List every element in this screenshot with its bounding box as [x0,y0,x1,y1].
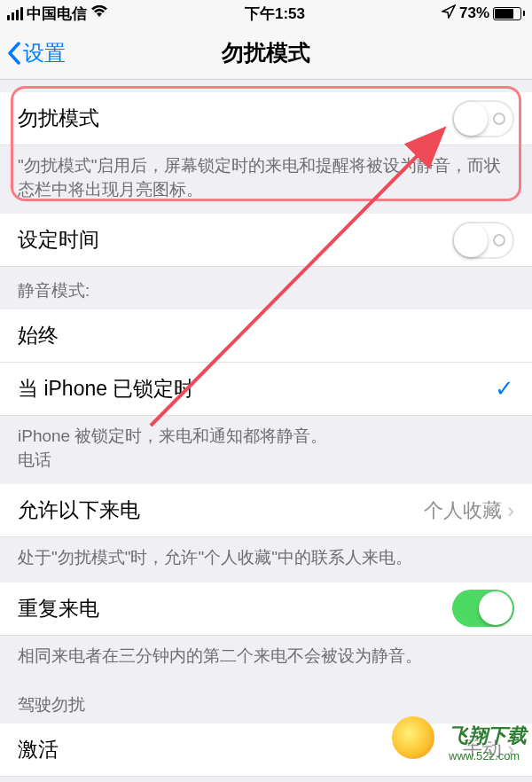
schedule-label: 设定时间 [18,226,99,254]
dnd-label: 勿扰模式 [18,105,99,132]
dnd-toggle[interactable] [452,100,514,137]
location-icon [442,4,456,23]
battery-icon [493,7,525,20]
watermark: 飞翔下载 www.52z.com [449,723,527,762]
allow-calls-value: 个人收藏 [424,497,502,524]
back-button[interactable]: 设置 [0,39,66,67]
driving-header: 驾驶勿扰 [0,681,532,723]
repeat-footer: 相同来电者在三分钟内的第二个来电不会被设为静音。 [0,636,532,681]
dnd-footer: "勿扰模式"启用后，屏幕锁定时的来电和提醒将被设为静音，而状态栏中将出现月亮图标… [0,145,532,214]
locked-label: 当 iPhone 已锁定时 [18,375,194,403]
silence-locked-row[interactable]: 当 iPhone 已锁定时 ✓ [0,363,532,416]
back-label: 设置 [23,39,66,67]
repeat-toggle[interactable] [452,590,514,627]
nav-bar: 设置 勿扰模式 [0,27,532,80]
carrier-label: 中国电信 [27,4,87,24]
activate-label: 激活 [18,736,59,763]
schedule-row[interactable]: 设定时间 [0,214,532,267]
silence-footer: iPhone 被锁定时，来电和通知都将静音。 电话 [0,416,532,484]
wifi-icon [90,4,108,22]
dnd-toggle-row[interactable]: 勿扰模式 [0,92,532,145]
status-bar: 中国电信 下午1:53 73% [0,0,532,27]
schedule-toggle[interactable] [452,222,514,259]
silence-header: 静音模式: [0,267,532,309]
allow-calls-footer: 处于"勿扰模式"时，允许"个人收藏"中的联系人来电。 [0,537,532,583]
chevron-right-icon: › [507,498,514,523]
silence-always-row[interactable]: 始终 [0,309,532,363]
allow-calls-label: 允许以下来电 [18,497,140,524]
checkmark-icon: ✓ [495,375,514,403]
signal-icon [7,7,23,20]
status-time: 下午1:53 [245,4,305,24]
allow-calls-row[interactable]: 允许以下来电 个人收藏 › [0,484,532,537]
page-title: 勿扰模式 [0,38,532,67]
repeat-calls-row[interactable]: 重复来电 [0,583,532,636]
driving-footer: 限制在驾驶过程中收到通知。iPhone 已与车载蓝牙连接或是配……时，将允许接收… [0,777,532,782]
repeat-label: 重复来电 [18,595,99,622]
battery-pct: 73% [459,4,489,22]
always-label: 始终 [18,322,59,349]
chevron-left-icon [7,42,21,65]
watermark-logo [392,716,434,759]
